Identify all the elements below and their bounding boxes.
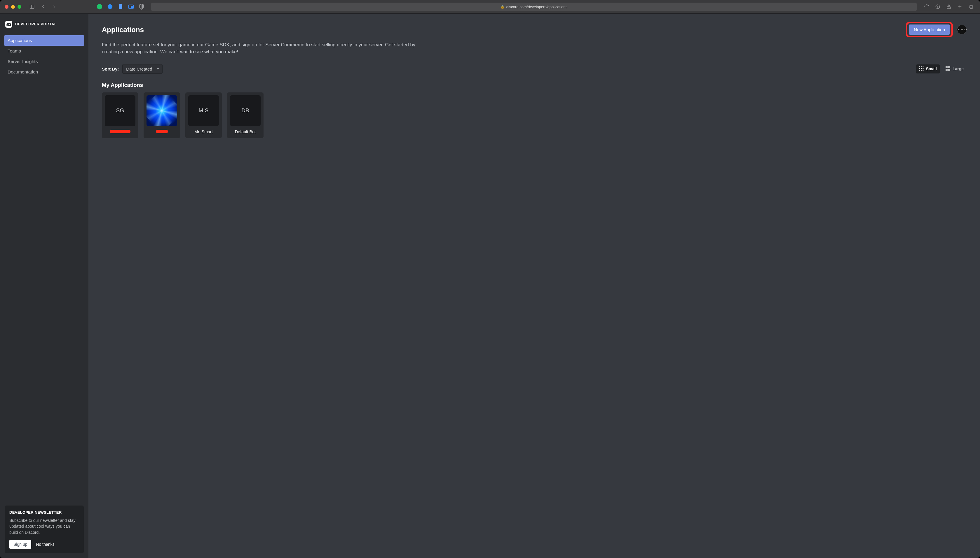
redacted-label (156, 130, 168, 133)
svg-point-2 (97, 4, 102, 9)
newsletter-card: DEVELOPER NEWSLETTER Subscribe to our ne… (5, 505, 84, 553)
grid-large-icon (945, 66, 950, 72)
extension-pip-icon[interactable] (128, 3, 134, 10)
sidebar-item-teams[interactable]: Teams (4, 46, 84, 56)
sidebar-item-label: Teams (8, 48, 21, 53)
svg-rect-22 (948, 66, 950, 68)
sidebar-item-applications[interactable]: Applications (4, 35, 84, 46)
app-name (156, 130, 168, 135)
redacted-label (110, 130, 130, 133)
svg-rect-24 (948, 69, 950, 71)
extension-grammarly-icon[interactable] (96, 3, 103, 10)
app-thumbnail: M.S (188, 95, 219, 126)
maximize-window-button[interactable] (18, 5, 21, 9)
discord-logo-icon (5, 21, 12, 28)
new-tab-icon[interactable] (955, 2, 964, 11)
extension-icon[interactable] (107, 3, 113, 10)
sort-selected-value: Date Created (126, 66, 152, 71)
page-title: Applications (102, 26, 144, 34)
page-description: Find the perfect feature set for your ga… (102, 41, 417, 56)
share-icon[interactable] (944, 2, 953, 11)
app-card[interactable]: M.S Mr. Smart (185, 92, 222, 138)
new-application-button[interactable]: New Application (909, 25, 950, 35)
url-text: discord.com/developers/applications (506, 5, 568, 9)
sidebar: DEVELOPER PORTAL Applications Teams Serv… (0, 14, 89, 558)
applications-grid: SG M.S Mr. Smart DB Default Bot (102, 92, 967, 138)
downloads-icon[interactable] (933, 2, 942, 11)
url-bar[interactable]: 🔒 discord.com/developers/applications (151, 3, 917, 11)
app-thumb-text: M.S (199, 107, 209, 114)
app-card[interactable]: DB Default Bot (227, 92, 264, 138)
svg-point-17 (922, 68, 923, 69)
sort-by-label: Sort By: (102, 66, 119, 71)
svg-point-19 (921, 70, 922, 71)
app-thumbnail: DB (230, 95, 260, 126)
browser-toolbar: 🔒 discord.com/developers/applications (0, 0, 980, 13)
window-controls (5, 5, 21, 9)
user-avatar[interactable]: 127.0.0.1 (957, 25, 967, 34)
svg-rect-21 (945, 66, 948, 68)
sort-by-select[interactable]: Date Created (122, 64, 162, 74)
grid-small-icon (919, 66, 924, 72)
sidebar-toggle-icon[interactable] (28, 2, 36, 11)
app-thumb-text: DB (241, 107, 249, 114)
minimize-window-button[interactable] (11, 5, 15, 9)
shield-icon[interactable] (138, 3, 145, 10)
avatar-text: 127.0.0.1 (956, 28, 967, 31)
svg-rect-11 (969, 5, 972, 8)
app-name: Mr. Smart (194, 130, 213, 135)
view-large-button[interactable]: Large (943, 64, 967, 74)
newsletter-body: Subscribe to our newsletter and stay upd… (9, 517, 79, 535)
tabs-overview-icon[interactable] (967, 2, 975, 11)
sidebar-item-label: Server Insights (8, 59, 38, 64)
sidebar-nav: Applications Teams Server Insights Docum… (4, 35, 84, 77)
svg-point-13 (921, 66, 922, 67)
view-small-button[interactable]: Small (916, 64, 940, 74)
app-thumbnail: SG (105, 95, 135, 126)
lock-icon: 🔒 (501, 5, 505, 9)
sidebar-item-server-insights[interactable]: Server Insights (4, 56, 84, 67)
app-thumb-text: SG (116, 107, 124, 114)
svg-point-15 (919, 68, 920, 69)
forward-button[interactable] (50, 2, 59, 11)
close-window-button[interactable] (5, 5, 8, 9)
main-content: Applications New Application 127.0.0.1 F… (89, 14, 980, 558)
brand[interactable]: DEVELOPER PORTAL (4, 20, 84, 33)
app-name (110, 130, 130, 135)
svg-point-18 (919, 70, 920, 71)
view-large-label: Large (952, 66, 964, 71)
svg-rect-5 (131, 7, 133, 8)
svg-rect-10 (970, 5, 973, 8)
sidebar-item-label: Applications (8, 38, 32, 43)
view-small-label: Small (926, 66, 937, 71)
back-button[interactable] (39, 2, 48, 11)
annotation-highlight: New Application (906, 22, 953, 37)
extension-ghost-icon[interactable] (117, 3, 124, 10)
newsletter-title: DEVELOPER NEWSLETTER (9, 510, 79, 515)
reload-button[interactable] (922, 2, 931, 11)
svg-rect-23 (945, 69, 948, 71)
newsletter-nothanks-button[interactable]: No thanks (36, 542, 54, 547)
app-thumbnail (147, 95, 177, 126)
brand-text: DEVELOPER PORTAL (15, 22, 57, 26)
svg-point-16 (921, 68, 922, 69)
app-name: Default Bot (235, 130, 256, 135)
sidebar-item-documentation[interactable]: Documentation (4, 67, 84, 77)
svg-point-12 (919, 66, 920, 67)
app-card[interactable] (143, 92, 180, 138)
svg-point-14 (922, 66, 923, 67)
my-applications-title: My Applications (102, 82, 967, 88)
view-size-toggle: Small Large (916, 64, 967, 74)
svg-point-3 (108, 4, 113, 9)
newsletter-signup-button[interactable]: Sign up (9, 540, 31, 549)
app-card[interactable]: SG (102, 92, 138, 138)
svg-point-20 (922, 70, 923, 71)
sidebar-item-label: Documentation (8, 69, 38, 74)
svg-rect-0 (30, 5, 34, 8)
